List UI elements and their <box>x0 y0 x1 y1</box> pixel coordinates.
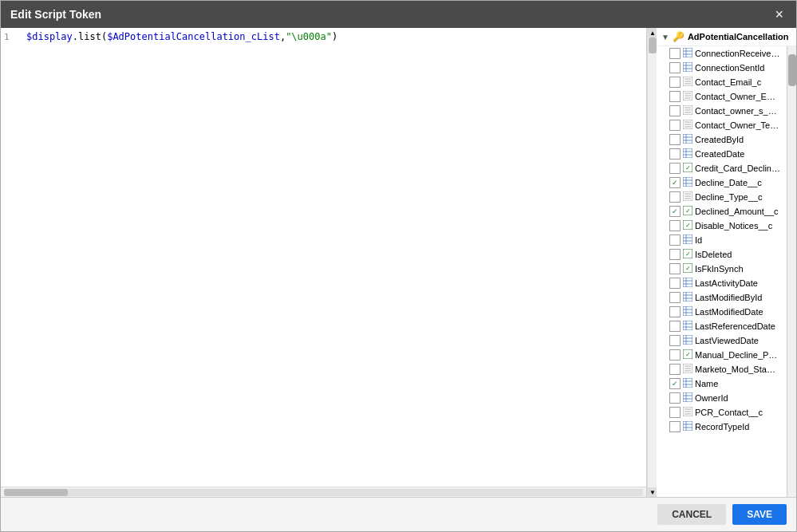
tree-item[interactable]: CreatedById <box>657 132 787 147</box>
svg-rect-70 <box>683 335 692 345</box>
tree-item[interactable]: ✓✓Declined_Amount__c <box>657 204 787 219</box>
edit-script-token-dialog: Edit Script Token × 1 $display.list($AdP… <box>0 0 797 532</box>
tree-item[interactable]: CreatedDate <box>657 147 787 161</box>
item-label: LastReferencedDate <box>695 321 775 331</box>
item-label: LastActivityDate <box>695 278 758 288</box>
svg-rect-34 <box>683 177 692 187</box>
item-checkbox[interactable] <box>669 292 681 303</box>
item-label: CreatedDate <box>695 149 744 159</box>
item-checkbox[interactable] <box>669 91 681 102</box>
tree-item[interactable]: Contact_owner_s_GM_s... <box>657 104 787 118</box>
tree-item[interactable]: Marketo_Mod_Stamp_... <box>657 362 787 376</box>
tree-item[interactable]: LastViewedDate <box>657 333 787 348</box>
item-checkbox[interactable] <box>669 335 681 346</box>
tree-item[interactable]: ✓Credit_Card_Decline_c... <box>657 161 787 175</box>
tree-collapse-arrow[interactable]: ▼ <box>661 33 669 41</box>
item-checkbox[interactable] <box>669 62 681 73</box>
editor-hscroll-thumb[interactable] <box>4 489 68 496</box>
tree-item[interactable]: LastModifiedById <box>657 290 787 305</box>
svg-rect-66 <box>683 321 692 330</box>
tree-item[interactable]: ✓IsDeleted <box>657 247 787 262</box>
dialog-title: Edit Script Token <box>10 8 101 21</box>
tree-item[interactable]: Contact_Email_c <box>657 75 787 89</box>
item-label: LastModifiedById <box>695 293 762 302</box>
tree-item[interactable]: ✓Name <box>657 376 787 391</box>
item-label: Marketo_Mod_Stamp_... <box>695 365 782 374</box>
tree-item[interactable]: LastModifiedDate <box>657 305 787 319</box>
item-label: Decline_Date__c <box>695 178 762 187</box>
tree-item[interactable]: RecordTypeId <box>657 420 787 434</box>
item-checkbox[interactable] <box>669 421 681 432</box>
item-icon <box>683 378 692 389</box>
tree-item[interactable]: Id <box>657 233 787 247</box>
item-label: IsFkInSynch <box>695 264 744 274</box>
save-button[interactable]: SAVE <box>732 504 787 525</box>
item-checkbox[interactable]: ✓ <box>669 206 681 217</box>
tree-vertical-scrollbar[interactable] <box>787 46 796 497</box>
editor-vertical-scrollbar[interactable]: ▲ ▼ <box>647 28 657 497</box>
item-checkbox[interactable] <box>669 234 681 246</box>
tree-item[interactable]: Contact_Owner_Email_... <box>657 89 787 104</box>
tree-item[interactable]: ✓IsFkInSynch <box>657 262 787 276</box>
item-checkbox[interactable] <box>669 191 681 203</box>
tree-scroll-wrapper: ConnectionReceivedIdConnectionSentIdCont… <box>657 46 796 497</box>
item-checkbox[interactable] <box>669 163 681 174</box>
item-label: Declined_Amount__c <box>695 207 779 216</box>
tree-item[interactable]: ✓Disable_Notices__c <box>657 219 787 233</box>
tree-item[interactable]: Decline_Type__c <box>657 190 787 204</box>
item-checkbox[interactable] <box>669 220 681 231</box>
item-icon: ✓ <box>683 163 692 174</box>
item-checkbox[interactable] <box>669 306 681 317</box>
item-icon <box>683 234 692 246</box>
item-icon: ✓ <box>683 263 692 274</box>
item-checkbox[interactable] <box>669 249 681 260</box>
dialog-header: Edit Script Token × <box>1 1 796 28</box>
tree-item[interactable]: ConnectionSentId <box>657 61 787 75</box>
tree-item[interactable]: OwnerId <box>657 391 787 405</box>
item-icon <box>683 364 692 375</box>
editor-horizontal-scrollbar[interactable] <box>1 487 646 497</box>
item-label: Name <box>695 379 718 388</box>
tree-item[interactable]: Contact_Owner_Team_L... <box>657 118 787 132</box>
tree-item[interactable]: ✓Decline_Date__c <box>657 175 787 190</box>
tree-item[interactable]: ✓Manual_Decline_PCR_c... <box>657 348 787 362</box>
tree-item[interactable]: LastActivityDate <box>657 276 787 290</box>
item-checkbox[interactable] <box>669 48 681 59</box>
item-checkbox[interactable] <box>669 120 681 131</box>
item-label: Id <box>695 235 702 245</box>
item-label: PCR_Contact__c <box>695 408 763 417</box>
svg-rect-24 <box>683 134 692 144</box>
tree-items-list[interactable]: ConnectionReceivedIdConnectionSentIdCont… <box>657 46 787 497</box>
item-label: LastViewedDate <box>695 336 759 345</box>
item-icon <box>683 421 692 432</box>
scroll-thumb[interactable] <box>649 37 657 53</box>
item-checkbox[interactable] <box>669 278 681 289</box>
editor-content[interactable]: 1 $display.list($AdPotentialCancellation… <box>1 28 646 487</box>
item-icon <box>683 278 692 289</box>
item-checkbox[interactable]: ✓ <box>669 177 681 188</box>
item-checkbox[interactable] <box>669 148 681 160</box>
item-checkbox[interactable] <box>669 321 681 332</box>
item-checkbox[interactable] <box>669 77 681 88</box>
tree-item[interactable]: PCR_Contact__c <box>657 405 787 420</box>
svg-text:✓: ✓ <box>685 250 691 258</box>
tree-item[interactable]: ConnectionReceivedId <box>657 46 787 61</box>
svg-rect-84 <box>683 392 692 402</box>
item-checkbox[interactable] <box>669 364 681 375</box>
svg-rect-80 <box>683 378 692 388</box>
item-checkbox[interactable]: ✓ <box>669 378 681 389</box>
item-checkbox[interactable] <box>669 105 681 116</box>
item-checkbox[interactable] <box>669 392 681 404</box>
cancel-button[interactable]: CANCEL <box>657 504 726 525</box>
tree-scrollbar-thumb[interactable] <box>788 54 796 86</box>
item-checkbox[interactable] <box>669 407 681 418</box>
tree-item[interactable]: LastReferencedDate <box>657 319 787 333</box>
item-icon <box>683 177 692 188</box>
item-icon <box>683 77 692 88</box>
item-checkbox[interactable] <box>669 349 681 361</box>
item-checkbox[interactable] <box>669 134 681 145</box>
item-icon <box>683 292 692 303</box>
close-button[interactable]: × <box>771 7 787 22</box>
item-icon <box>683 335 692 346</box>
item-checkbox[interactable] <box>669 263 681 274</box>
